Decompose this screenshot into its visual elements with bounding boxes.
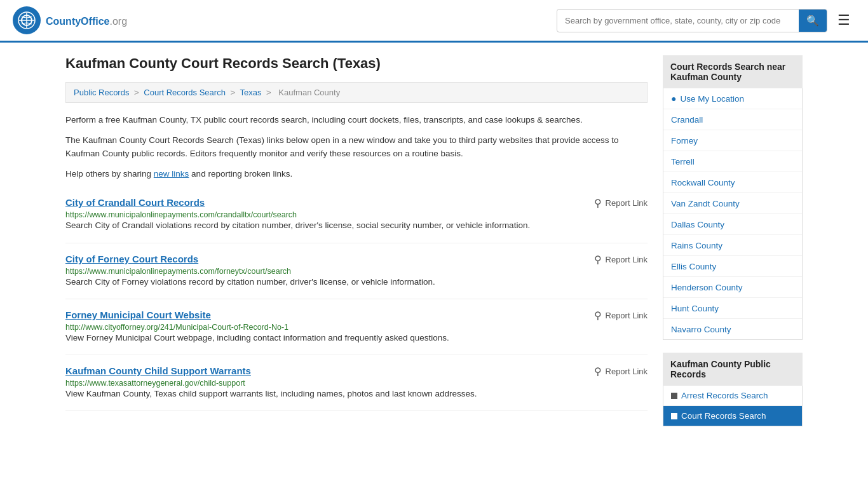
- sidebar-item-rockwall: Rockwall County: [663, 172, 802, 193]
- sidebar-use-location[interactable]: ● Use My Location: [663, 88, 802, 109]
- header: CountyOffice.org 🔍 ☰: [0, 0, 868, 43]
- breadcrumb: Public Records > Court Records Search > …: [65, 82, 648, 103]
- sidebar-link-navarro[interactable]: Navarro County: [671, 325, 731, 334]
- record-desc-2: Search City of Forney violations record …: [65, 276, 648, 288]
- intro-paragraph-1: Perform a free Kaufman County, TX public…: [65, 113, 648, 127]
- record-url-2[interactable]: https://www.municipalonlinepayments.com/…: [65, 267, 291, 276]
- intro-paragraph-3: Help others by sharing new links and rep…: [65, 167, 648, 181]
- record-desc-1: Search City of Crandall violations recor…: [65, 219, 648, 232]
- location-icon: ●: [671, 93, 676, 104]
- report-link-2[interactable]: ⚲ Report Link: [594, 254, 648, 266]
- record-title-2[interactable]: City of Forney Court Records: [65, 254, 198, 264]
- use-my-location-link[interactable]: Use My Location: [680, 94, 744, 104]
- record-item-2: City of Forney Court Records ⚲ Report Li…: [65, 243, 648, 299]
- new-links-link[interactable]: new links: [154, 169, 189, 179]
- record-title-4[interactable]: Kaufman County Child Support Warrants: [65, 365, 251, 376]
- record-desc-4: View Kaufman County, Texas child support…: [65, 388, 648, 400]
- sidebar-link-arrest-records[interactable]: Arrest Records Search: [681, 391, 768, 400]
- sidebar-public-records-heading: Kaufman County Public Records: [663, 353, 803, 386]
- sidebar-item-ellis: Ellis County: [663, 256, 802, 277]
- report-icon-4: ⚲: [594, 365, 602, 377]
- search-area: 🔍 ☰: [557, 9, 855, 32]
- record-url-4[interactable]: https://www.texasattorneygeneral.gov/chi…: [65, 379, 245, 388]
- breadcrumb-public-records[interactable]: Public Records: [74, 88, 129, 97]
- bullet-icon-court: [671, 413, 677, 419]
- intro-paragraph-2: The Kaufman County Court Records Search …: [65, 133, 648, 161]
- record-item-4: Kaufman County Child Support Warrants ⚲ …: [65, 355, 648, 411]
- search-input[interactable]: [557, 11, 799, 30]
- menu-button[interactable]: ☰: [832, 10, 855, 31]
- sidebar-link-dallas[interactable]: Dallas County: [671, 220, 724, 229]
- record-desc-3: View Forney Municipal Court webpage, inc…: [65, 332, 648, 344]
- sidebar-item-court-records: Court Records Search: [663, 406, 802, 426]
- record-title-1[interactable]: City of Crandall Court Records: [65, 197, 205, 208]
- sidebar-item-arrest-records: Arrest Records Search: [663, 386, 802, 406]
- sidebar-link-court-records[interactable]: Court Records Search: [681, 411, 766, 421]
- report-icon-3: ⚲: [594, 309, 602, 322]
- sidebar-link-rockwall[interactable]: Rockwall County: [671, 178, 735, 187]
- breadcrumb-current: Kaufman County: [278, 88, 340, 97]
- page-title: Kaufman County Court Records Search (Tex…: [65, 55, 648, 72]
- logo-area: CountyOffice.org: [13, 6, 127, 34]
- report-link-4[interactable]: ⚲ Report Link: [594, 365, 648, 377]
- sidebar-item-dallas: Dallas County: [663, 214, 802, 235]
- sidebar-link-forney[interactable]: Forney: [671, 136, 698, 146]
- sidebar-link-henderson[interactable]: Henderson County: [671, 283, 743, 292]
- report-link-3[interactable]: ⚲ Report Link: [594, 309, 648, 322]
- main-container: Kaufman County Court Records Search (Tex…: [53, 43, 815, 452]
- sidebar-section-public-records: Kaufman County Public Records Arrest Rec…: [663, 353, 803, 426]
- sidebar-link-vanzandt[interactable]: Van Zandt County: [671, 199, 740, 208]
- search-button[interactable]: 🔍: [799, 10, 827, 32]
- record-item-1: City of Crandall Court Records ⚲ Report …: [65, 187, 648, 243]
- sidebar-section-nearby: Court Records Search near Kaufman County…: [663, 55, 803, 340]
- breadcrumb-texas[interactable]: Texas: [240, 88, 262, 97]
- search-box: 🔍: [557, 9, 827, 32]
- main-content: Kaufman County Court Records Search (Tex…: [65, 55, 648, 439]
- sidebar-link-hunt[interactable]: Hunt County: [671, 304, 719, 313]
- sidebar-link-terrell[interactable]: Terrell: [671, 157, 695, 166]
- logo-text: CountyOffice.org: [46, 13, 127, 28]
- sidebar-item-terrell: Terrell: [663, 151, 802, 172]
- logo-icon: [13, 6, 41, 34]
- record-title-3[interactable]: Forney Municipal Court Website: [65, 309, 211, 320]
- sidebar-item-hunt: Hunt County: [663, 298, 802, 319]
- record-url-3[interactable]: http://www.cityofforney.org/241/Municipa…: [65, 323, 288, 332]
- sidebar-link-crandall[interactable]: Crandall: [671, 115, 703, 125]
- sidebar-item-navarro: Navarro County: [663, 319, 802, 339]
- report-icon-1: ⚲: [594, 197, 602, 209]
- record-item-3: Forney Municipal Court Website ⚲ Report …: [65, 299, 648, 355]
- sidebar-item-forney: Forney: [663, 130, 802, 151]
- sidebar-public-records-list: Arrest Records Search Court Records Sear…: [663, 386, 803, 426]
- sidebar-nearby-list: ● Use My Location Crandall Forney Terrel…: [663, 88, 803, 340]
- record-url-1[interactable]: https://www.municipalonlinepayments.com/…: [65, 210, 297, 219]
- bullet-icon-arrest: [671, 393, 677, 399]
- sidebar-item-vanzandt: Van Zandt County: [663, 193, 802, 214]
- sidebar: Court Records Search near Kaufman County…: [663, 55, 803, 439]
- report-icon-2: ⚲: [594, 254, 602, 266]
- sidebar-link-ellis[interactable]: Ellis County: [671, 262, 716, 271]
- sidebar-item-henderson: Henderson County: [663, 277, 802, 298]
- report-link-1[interactable]: ⚲ Report Link: [594, 197, 648, 209]
- sidebar-link-rains[interactable]: Rains County: [671, 241, 722, 250]
- sidebar-nearby-heading: Court Records Search near Kaufman County: [663, 55, 803, 88]
- breadcrumb-court-records-search[interactable]: Court Records Search: [144, 88, 226, 97]
- sidebar-item-rains: Rains County: [663, 235, 802, 256]
- sidebar-item-crandall: Crandall: [663, 109, 802, 130]
